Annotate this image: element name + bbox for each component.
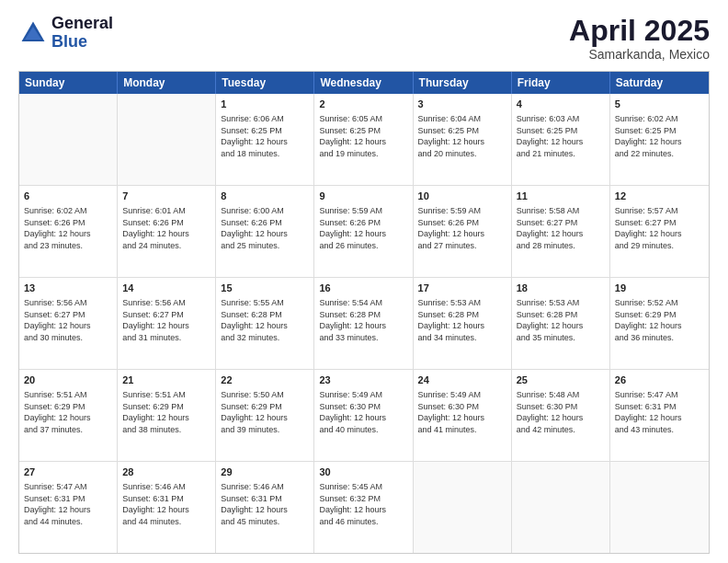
- page: General Blue April 2025 Samarkanda, Mexi…: [0, 0, 728, 563]
- day-cell-19: 19Sunrise: 5:52 AMSunset: 6:29 PMDayligh…: [610, 278, 709, 369]
- day-cell-22: 22Sunrise: 5:50 AMSunset: 6:29 PMDayligh…: [216, 370, 314, 461]
- day-info: Sunrise: 5:48 AMSunset: 6:30 PMDaylight:…: [517, 389, 605, 435]
- logo-general: General: [51, 14, 113, 32]
- day-number: 1: [221, 98, 309, 111]
- empty-cell: [512, 462, 610, 553]
- logo-text: General Blue: [51, 15, 113, 52]
- empty-cell: [414, 462, 512, 553]
- day-cell-16: 16Sunrise: 5:54 AMSunset: 6:28 PMDayligh…: [314, 278, 413, 369]
- day-of-week-tuesday: Tuesday: [216, 72, 314, 94]
- day-cell-17: 17Sunrise: 5:53 AMSunset: 6:28 PMDayligh…: [414, 278, 512, 369]
- day-info: Sunrise: 5:59 AMSunset: 6:26 PMDaylight:…: [418, 205, 506, 251]
- day-info: Sunrise: 5:51 AMSunset: 6:29 PMDaylight:…: [24, 389, 112, 435]
- day-info: Sunrise: 6:06 AMSunset: 6:25 PMDaylight:…: [221, 113, 309, 159]
- day-number: 14: [122, 282, 210, 295]
- calendar-header: SundayMondayTuesdayWednesdayThursdayFrid…: [19, 72, 709, 94]
- day-info: Sunrise: 6:03 AMSunset: 6:25 PMDaylight:…: [517, 113, 605, 159]
- title-block: April 2025 Samarkanda, Mexico: [569, 15, 710, 62]
- calendar: SundayMondayTuesdayWednesdayThursdayFrid…: [18, 71, 710, 554]
- day-number: 25: [517, 373, 605, 387]
- day-number: 6: [24, 190, 112, 203]
- day-number: 22: [221, 373, 309, 387]
- day-number: 11: [517, 190, 605, 203]
- day-number: 10: [418, 190, 506, 203]
- day-number: 18: [517, 282, 605, 295]
- day-number: 23: [319, 373, 407, 387]
- day-info: Sunrise: 5:59 AMSunset: 6:26 PMDaylight:…: [319, 205, 407, 251]
- day-number: 12: [615, 190, 704, 203]
- day-info: Sunrise: 5:56 AMSunset: 6:27 PMDaylight:…: [122, 297, 210, 343]
- day-of-week-monday: Monday: [118, 72, 216, 94]
- header: General Blue April 2025 Samarkanda, Mexi…: [18, 15, 710, 62]
- day-cell-23: 23Sunrise: 5:49 AMSunset: 6:30 PMDayligh…: [314, 370, 413, 461]
- day-info: Sunrise: 5:49 AMSunset: 6:30 PMDaylight:…: [319, 389, 407, 435]
- day-number: 15: [221, 282, 309, 295]
- day-cell-28: 28Sunrise: 5:46 AMSunset: 6:31 PMDayligh…: [118, 462, 216, 553]
- day-info: Sunrise: 5:51 AMSunset: 6:29 PMDaylight:…: [122, 389, 210, 435]
- day-info: Sunrise: 5:54 AMSunset: 6:28 PMDaylight:…: [319, 297, 407, 343]
- day-number: 16: [319, 282, 407, 295]
- day-cell-2: 2Sunrise: 6:05 AMSunset: 6:25 PMDaylight…: [314, 94, 413, 185]
- logo-icon: [18, 18, 48, 48]
- calendar-row: 6Sunrise: 6:02 AMSunset: 6:26 PMDaylight…: [19, 185, 709, 277]
- day-cell-9: 9Sunrise: 5:59 AMSunset: 6:26 PMDaylight…: [314, 186, 413, 277]
- empty-cell: [610, 462, 709, 553]
- day-cell-24: 24Sunrise: 5:49 AMSunset: 6:30 PMDayligh…: [414, 370, 512, 461]
- day-number: 17: [418, 282, 506, 295]
- day-info: Sunrise: 5:46 AMSunset: 6:31 PMDaylight:…: [122, 481, 210, 527]
- day-number: 3: [418, 98, 506, 111]
- calendar-row: 1Sunrise: 6:06 AMSunset: 6:25 PMDaylight…: [19, 94, 709, 185]
- day-info: Sunrise: 5:53 AMSunset: 6:28 PMDaylight:…: [517, 297, 605, 343]
- calendar-row: 20Sunrise: 5:51 AMSunset: 6:29 PMDayligh…: [19, 369, 709, 461]
- day-info: Sunrise: 6:02 AMSunset: 6:26 PMDaylight:…: [24, 205, 112, 251]
- subtitle: Samarkanda, Mexico: [569, 47, 710, 62]
- day-info: Sunrise: 5:53 AMSunset: 6:28 PMDaylight:…: [418, 297, 506, 343]
- day-number: 7: [122, 190, 210, 203]
- day-of-week-wednesday: Wednesday: [314, 72, 413, 94]
- day-of-week-sunday: Sunday: [19, 72, 118, 94]
- day-number: 26: [615, 373, 704, 387]
- day-cell-12: 12Sunrise: 5:57 AMSunset: 6:27 PMDayligh…: [610, 186, 709, 277]
- day-number: 29: [221, 465, 309, 479]
- day-cell-1: 1Sunrise: 6:06 AMSunset: 6:25 PMDaylight…: [216, 94, 314, 185]
- day-of-week-thursday: Thursday: [414, 72, 512, 94]
- day-cell-13: 13Sunrise: 5:56 AMSunset: 6:27 PMDayligh…: [19, 278, 118, 369]
- day-info: Sunrise: 5:50 AMSunset: 6:29 PMDaylight:…: [221, 389, 309, 435]
- calendar-row: 13Sunrise: 5:56 AMSunset: 6:27 PMDayligh…: [19, 277, 709, 369]
- day-info: Sunrise: 5:47 AMSunset: 6:31 PMDaylight:…: [615, 389, 704, 435]
- day-number: 30: [319, 465, 407, 479]
- day-number: 9: [319, 190, 407, 203]
- day-info: Sunrise: 5:46 AMSunset: 6:31 PMDaylight:…: [221, 481, 309, 527]
- day-cell-27: 27Sunrise: 5:47 AMSunset: 6:31 PMDayligh…: [19, 462, 118, 553]
- day-of-week-friday: Friday: [512, 72, 610, 94]
- day-info: Sunrise: 6:02 AMSunset: 6:25 PMDaylight:…: [615, 113, 704, 159]
- calendar-row: 27Sunrise: 5:47 AMSunset: 6:31 PMDayligh…: [19, 461, 709, 553]
- day-cell-21: 21Sunrise: 5:51 AMSunset: 6:29 PMDayligh…: [118, 370, 216, 461]
- calendar-body: 1Sunrise: 6:06 AMSunset: 6:25 PMDaylight…: [19, 94, 709, 553]
- day-cell-4: 4Sunrise: 6:03 AMSunset: 6:25 PMDaylight…: [512, 94, 610, 185]
- day-cell-29: 29Sunrise: 5:46 AMSunset: 6:31 PMDayligh…: [216, 462, 314, 553]
- day-cell-11: 11Sunrise: 5:58 AMSunset: 6:27 PMDayligh…: [512, 186, 610, 277]
- day-number: 13: [24, 282, 112, 295]
- day-number: 5: [615, 98, 704, 111]
- day-cell-20: 20Sunrise: 5:51 AMSunset: 6:29 PMDayligh…: [19, 370, 118, 461]
- day-cell-14: 14Sunrise: 5:56 AMSunset: 6:27 PMDayligh…: [118, 278, 216, 369]
- day-cell-15: 15Sunrise: 5:55 AMSunset: 6:28 PMDayligh…: [216, 278, 314, 369]
- day-cell-10: 10Sunrise: 5:59 AMSunset: 6:26 PMDayligh…: [414, 186, 512, 277]
- day-number: 21: [122, 373, 210, 387]
- day-info: Sunrise: 5:56 AMSunset: 6:27 PMDaylight:…: [24, 297, 112, 343]
- day-info: Sunrise: 5:52 AMSunset: 6:29 PMDaylight:…: [615, 297, 704, 343]
- day-number: 2: [319, 98, 407, 111]
- day-info: Sunrise: 5:45 AMSunset: 6:32 PMDaylight:…: [319, 481, 407, 527]
- day-cell-18: 18Sunrise: 5:53 AMSunset: 6:28 PMDayligh…: [512, 278, 610, 369]
- empty-cell: [19, 94, 118, 185]
- logo-blue: Blue: [51, 32, 87, 51]
- day-number: 8: [221, 190, 309, 203]
- day-info: Sunrise: 5:55 AMSunset: 6:28 PMDaylight:…: [221, 297, 309, 343]
- day-info: Sunrise: 5:58 AMSunset: 6:27 PMDaylight:…: [517, 205, 605, 251]
- day-number: 4: [517, 98, 605, 111]
- day-info: Sunrise: 6:04 AMSunset: 6:25 PMDaylight:…: [418, 113, 506, 159]
- day-info: Sunrise: 6:01 AMSunset: 6:26 PMDaylight:…: [122, 205, 210, 251]
- day-cell-30: 30Sunrise: 5:45 AMSunset: 6:32 PMDayligh…: [314, 462, 413, 553]
- logo: General Blue: [18, 15, 113, 52]
